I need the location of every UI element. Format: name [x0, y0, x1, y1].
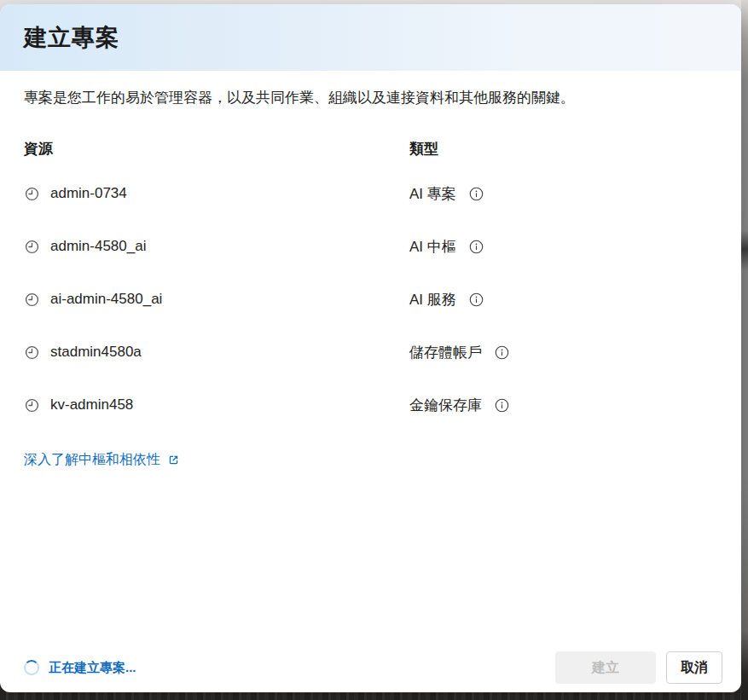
- info-icon[interactable]: [494, 397, 510, 414]
- resource-type: AI 中樞: [409, 237, 456, 257]
- create-button[interactable]: 建立: [555, 651, 656, 684]
- resource-type: 儲存體帳戶: [409, 343, 482, 362]
- progress-indicator: 正在建立專案...: [24, 660, 136, 676]
- column-header-type: 類型: [409, 139, 717, 159]
- info-icon[interactable]: [468, 186, 484, 202]
- type-cell: 金鑰保存庫: [409, 396, 717, 415]
- type-cell: AI 中樞: [409, 237, 717, 257]
- resource-type: AI 服務: [409, 290, 456, 310]
- learn-more-link[interactable]: 深入了解中樞和相依性: [24, 451, 181, 469]
- resource-cell: admin-4580_ai: [24, 238, 409, 255]
- table-row: admin-4580_ai AI 中樞: [24, 220, 717, 273]
- resource-cell: ai-admin-4580_ai: [24, 291, 409, 308]
- column-header-resource: 資源: [24, 139, 409, 159]
- info-icon[interactable]: [468, 292, 484, 308]
- clock-icon: [24, 292, 40, 308]
- resource-name: stadmin4580a: [50, 344, 142, 361]
- dialog-title: 建立專案: [24, 22, 119, 53]
- resource-cell: kv-admin458: [24, 396, 409, 414]
- dialog-header: 建立專案: [0, 4, 741, 71]
- resource-name: kv-admin458: [50, 396, 133, 414]
- resource-cell: stadmin4580a: [24, 344, 409, 361]
- table-row: stadmin4580a 儲存體帳戶: [24, 326, 717, 379]
- type-cell: AI 服務: [409, 290, 717, 310]
- background-page-right-edge: [741, 0, 748, 700]
- info-icon[interactable]: [468, 239, 484, 255]
- type-cell: 儲存體帳戶: [409, 343, 717, 362]
- dialog-description: 專案是您工作的易於管理容器，以及共同作業、組織以及連接資料和其他服務的關鍵。: [24, 88, 717, 108]
- spinner-icon: [24, 660, 39, 675]
- info-icon[interactable]: [494, 344, 510, 361]
- external-link-icon: [166, 453, 181, 467]
- learn-more-label: 深入了解中樞和相依性: [24, 451, 160, 469]
- table-row: kv-admin458 金鑰保存庫: [24, 379, 717, 431]
- clock-icon: [24, 344, 40, 361]
- resource-table-body: admin-0734 AI 專案: [24, 167, 717, 431]
- dialog-body: 專案是您工作的易於管理容器，以及共同作業、組織以及連接資料和其他服務的關鍵。 資…: [0, 88, 741, 469]
- dialog-footer: 正在建立專案... 建立 取消: [24, 651, 722, 684]
- table-row: ai-admin-4580_ai AI 服務: [24, 273, 717, 326]
- clock-icon: [24, 239, 40, 255]
- create-project-dialog: 建立專案 專案是您工作的易於管理容器，以及共同作業、組織以及連接資料和其他服務的…: [0, 4, 741, 692]
- footer-buttons: 建立 取消: [555, 651, 722, 684]
- resource-type: 金鑰保存庫: [409, 396, 482, 415]
- resource-cell: admin-0734: [24, 185, 409, 202]
- clock-icon: [24, 397, 40, 414]
- resource-name: admin-4580_ai: [50, 238, 146, 255]
- resource-table-header: 資源 類型: [24, 138, 717, 159]
- resource-name: ai-admin-4580_ai: [50, 291, 162, 308]
- table-row: admin-0734 AI 專案: [24, 167, 717, 220]
- type-cell: AI 專案: [409, 184, 717, 204]
- cancel-button[interactable]: 取消: [666, 651, 722, 684]
- resource-type: AI 專案: [409, 184, 456, 204]
- progress-status: 正在建立專案...: [49, 660, 136, 676]
- resource-table: 資源 類型 admin-0734 AI 專案: [24, 138, 717, 431]
- resource-name: admin-0734: [50, 185, 127, 202]
- clock-icon: [24, 186, 40, 202]
